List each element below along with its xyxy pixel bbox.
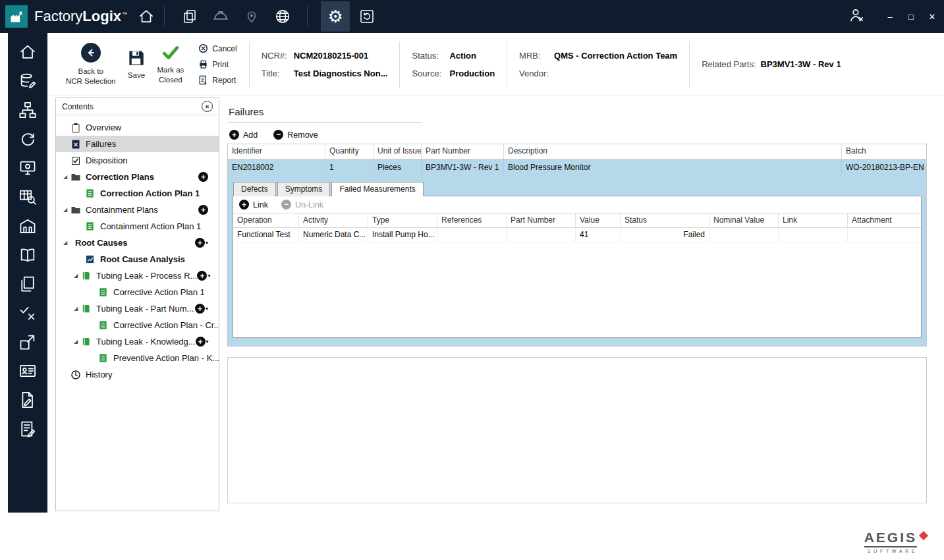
- contents-item-failures[interactable]: Failures: [56, 136, 219, 152]
- data-editor-icon[interactable]: [18, 71, 38, 91]
- tab-symptoms[interactable]: Symptoms: [277, 182, 331, 196]
- contents-item-tubing-leak-process[interactable]: Tubing Leak - Process R...: [56, 267, 219, 284]
- mark-as-closed-button[interactable]: Mark asClosed: [157, 44, 184, 84]
- add-containment-plan-button[interactable]: [198, 205, 208, 215]
- tab-failed-measurements[interactable]: Failed Measurements: [331, 182, 423, 196]
- hardhat-icon[interactable]: [205, 0, 236, 33]
- table-search-icon[interactable]: [18, 187, 38, 207]
- hierarchy-icon[interactable]: [18, 100, 38, 120]
- print-button[interactable]: Print: [198, 59, 236, 69]
- column-header-value[interactable]: Value: [576, 213, 621, 227]
- contents-item-history[interactable]: History: [56, 366, 219, 383]
- column-header-unit-of-issue[interactable]: Unit of Issue: [374, 144, 422, 159]
- history-replay-icon[interactable]: [351, 0, 382, 33]
- column-header-references[interactable]: References: [437, 213, 507, 227]
- remove-failure-button[interactable]: Remove: [273, 130, 318, 140]
- measurements-actions: Link Un-Link: [233, 196, 921, 213]
- minimize-button[interactable]: –: [885, 12, 895, 22]
- documents-copy-icon[interactable]: [174, 0, 205, 33]
- contents-item-corrective-action-plan-cr[interactable]: Corrective Action Plan - Cr...: [56, 317, 219, 333]
- column-header-batch[interactable]: Batch: [842, 144, 926, 159]
- link-label: Link: [253, 200, 268, 210]
- documents-icon[interactable]: [18, 274, 38, 294]
- edit-document-icon[interactable]: [18, 390, 38, 410]
- measurement-row[interactable]: Functional Test Numeric Data C... Instal…: [233, 228, 921, 242]
- column-header-type[interactable]: Type: [368, 213, 437, 227]
- validation-check-x-icon[interactable]: [18, 303, 38, 323]
- column-header-quantity[interactable]: Quantity: [325, 144, 374, 159]
- link-button[interactable]: Link: [239, 200, 268, 210]
- aegis-logo: AEGIS SOFTWARE: [864, 530, 927, 553]
- ncr-info-group: NCR#:NCM20180215-001 Title:Test Diagnost…: [250, 51, 400, 78]
- edit-notes-icon[interactable]: [18, 419, 38, 439]
- root-cause-book-icon: [81, 304, 92, 314]
- aegis-software-label: SOFTWARE: [864, 549, 927, 553]
- globe-icon[interactable]: [267, 0, 298, 33]
- expander-icon[interactable]: [74, 339, 81, 345]
- documentation-book-icon[interactable]: [18, 245, 38, 265]
- contents-item-tubing-leak-part[interactable]: Tubing Leak - Part Num...: [56, 300, 219, 317]
- id-card-icon[interactable]: [18, 361, 38, 381]
- contents-item-correction-plans[interactable]: Correction Plans: [56, 169, 219, 185]
- contents-item-root-cause-analysis[interactable]: Root Cause Analysis: [56, 251, 219, 267]
- add-failure-button[interactable]: Add: [229, 130, 258, 140]
- factory-building-icon[interactable]: [18, 216, 38, 236]
- settings-gear-active[interactable]: [321, 1, 350, 32]
- column-header-nominal-value[interactable]: Nominal Value: [709, 213, 779, 227]
- heading-underline: [227, 122, 422, 123]
- unlink-button[interactable]: Un-Link: [281, 200, 323, 210]
- add-plan-button[interactable]: [197, 271, 210, 281]
- column-header-activity[interactable]: Activity: [299, 213, 368, 227]
- add-root-cause-button[interactable]: [195, 238, 208, 248]
- close-button[interactable]: ✕: [927, 12, 937, 22]
- maximize-button[interactable]: □: [906, 12, 916, 22]
- expander-icon[interactable]: [63, 240, 70, 246]
- collapse-panel-icon[interactable]: [202, 101, 213, 112]
- contents-item-correction-action-plan-1[interactable]: Correction Action Plan 1: [56, 185, 219, 202]
- brand-factory: Factory: [34, 8, 82, 24]
- save-button[interactable]: Save: [127, 49, 145, 80]
- contents-item-tubing-leak-knowledge[interactable]: Tubing Leak - Knowledg...: [56, 333, 219, 350]
- column-header-description[interactable]: Description: [504, 144, 842, 159]
- contents-item-containment-plans[interactable]: Containment Plans: [56, 202, 219, 218]
- workstation-icon[interactable]: [18, 158, 38, 178]
- contents-item-root-causes[interactable]: Root Causes: [56, 235, 219, 251]
- report-button[interactable]: Report: [198, 75, 236, 85]
- back-label-line1: Back to: [78, 67, 103, 75]
- column-header-link[interactable]: Link: [779, 213, 848, 227]
- cancel-button[interactable]: Cancel: [198, 43, 236, 53]
- expander-icon[interactable]: [74, 273, 81, 279]
- location-pin-icon[interactable]: [236, 0, 267, 33]
- item-label: Correction Action Plan 1: [100, 188, 200, 198]
- action-plan-icon: [98, 353, 109, 364]
- contents-item-corrective-action-plan-1[interactable]: Corrective Action Plan 1: [56, 284, 219, 300]
- column-header-status[interactable]: Status: [621, 213, 709, 227]
- expander-icon[interactable]: [74, 306, 81, 312]
- user-logout-icon[interactable]: [848, 7, 865, 26]
- back-to-ncr-selection-button[interactable]: Back toNCR Selection: [66, 43, 115, 86]
- column-header-part-number[interactable]: Part Number: [507, 213, 576, 227]
- overview-clipboard-icon: [70, 123, 81, 133]
- contents-item-overview[interactable]: Overview: [56, 119, 219, 136]
- add-correction-plan-button[interactable]: [198, 172, 208, 182]
- tab-defects[interactable]: Defects: [233, 182, 276, 196]
- contents-item-disposition[interactable]: Disposition: [56, 152, 219, 169]
- column-header-operation[interactable]: Operation: [233, 213, 299, 227]
- failure-row-selected[interactable]: EN2018002 1 Pieces BP3MV1-3W - Rev 1 Blo…: [228, 159, 926, 177]
- home-icon[interactable]: [138, 8, 155, 25]
- factorylogix-logo-icon: [5, 5, 28, 28]
- column-header-part-number[interactable]: Part Number: [422, 144, 504, 159]
- add-plan-button[interactable]: [195, 304, 208, 314]
- expander-icon[interactable]: [63, 208, 70, 213]
- title-label: Title:: [262, 69, 289, 78]
- contents-item-containment-action-plan-1[interactable]: Containment Action Plan 1: [56, 218, 219, 235]
- column-header-identifier[interactable]: Identifier: [228, 144, 325, 159]
- expander-icon[interactable]: [63, 175, 70, 180]
- contents-title: Contents: [62, 102, 94, 111]
- column-header-attachment[interactable]: Attachment: [848, 213, 921, 227]
- export-transfer-icon[interactable]: [18, 332, 38, 352]
- refresh-icon[interactable]: [18, 129, 38, 149]
- add-plan-button[interactable]: [196, 337, 209, 347]
- contents-item-preventive-action-plan[interactable]: Preventive Action Plan - K...: [56, 350, 219, 366]
- home-nav-icon[interactable]: [18, 42, 38, 62]
